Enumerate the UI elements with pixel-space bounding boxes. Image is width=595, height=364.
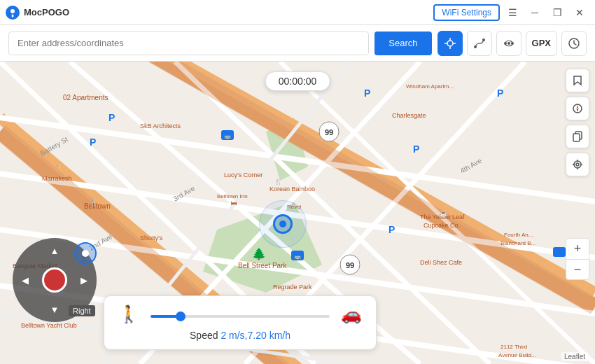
svg-text:Avenue Build...: Avenue Build... bbox=[498, 352, 536, 358]
gpx-button[interactable]: GPX bbox=[526, 31, 557, 56]
speed-slider-container bbox=[150, 308, 330, 321]
app-logo bbox=[6, 6, 20, 20]
svg-point-80 bbox=[574, 161, 581, 168]
svg-text:P: P bbox=[497, 88, 503, 99]
nav-indicator bbox=[74, 242, 97, 265]
joystick-center[interactable] bbox=[42, 267, 67, 293]
svg-text:Bell Street Park: Bell Street Park bbox=[238, 262, 287, 270]
svg-text:P: P bbox=[108, 112, 115, 123]
menu-button[interactable]: ☰ bbox=[503, 3, 522, 22]
up-arrow-button[interactable]: ▲ bbox=[46, 242, 63, 259]
center-location-button[interactable] bbox=[438, 31, 463, 56]
svg-text:Korean Bamboo: Korean Bamboo bbox=[270, 186, 315, 192]
titlebar-controls: WiFi Settings ☰ ─ ❐ ✕ bbox=[433, 3, 589, 22]
svg-text:Marrakesh: Marrakesh bbox=[42, 175, 72, 182]
driving-mode-icon[interactable]: 🚗 bbox=[341, 304, 362, 324]
app-title: MocPOGO bbox=[24, 7, 69, 18]
nav-indicator-inner bbox=[82, 250, 89, 257]
svg-text:🚌: 🚌 bbox=[224, 132, 231, 139]
speed-slider[interactable] bbox=[150, 315, 330, 318]
zoom-out-button[interactable]: − bbox=[566, 259, 589, 280]
svg-text:Fourth An...: Fourth An... bbox=[504, 232, 533, 238]
history-button[interactable] bbox=[561, 31, 587, 56]
svg-point-7 bbox=[474, 46, 477, 48]
svg-text:Lucy's Corner: Lucy's Corner bbox=[224, 172, 262, 178]
bookmark-button[interactable] bbox=[566, 69, 589, 92]
svg-text:P: P bbox=[364, 88, 370, 99]
accuracy-circle bbox=[259, 200, 307, 248]
menu-icon: ☰ bbox=[508, 7, 517, 18]
close-icon: ✕ bbox=[575, 7, 584, 18]
titlebar-left: MocPOGO bbox=[6, 6, 69, 20]
svg-text:02 Apartments: 02 Apartments bbox=[63, 94, 108, 102]
maximize-icon: ❐ bbox=[553, 7, 562, 18]
svg-text:Cupcake Co.: Cupcake Co. bbox=[424, 222, 460, 229]
titlebar: MocPOGO WiFi Settings ☰ ─ ❐ ✕ bbox=[0, 0, 595, 25]
copy-button[interactable] bbox=[566, 125, 589, 148]
svg-text:P: P bbox=[413, 144, 419, 155]
right-arrow-button[interactable]: ▶ bbox=[76, 272, 92, 288]
svg-text:SkB Architects: SkB Architects bbox=[140, 122, 181, 130]
svg-text:99: 99 bbox=[346, 261, 354, 270]
close-button[interactable]: ✕ bbox=[570, 3, 589, 22]
maximize-button[interactable]: ❐ bbox=[547, 3, 567, 22]
svg-text:2112 Third: 2112 Third bbox=[500, 344, 527, 350]
svg-text:Belltown Inn: Belltown Inn bbox=[217, 193, 248, 200]
svg-text:🍴: 🍴 bbox=[90, 199, 98, 207]
svg-text:Belltown Yacht Club: Belltown Yacht Club bbox=[21, 322, 77, 329]
target-button[interactable] bbox=[566, 153, 589, 176]
compass-button[interactable] bbox=[566, 97, 589, 120]
svg-text:☕: ☕ bbox=[440, 209, 448, 218]
route-button[interactable] bbox=[467, 31, 492, 56]
wifi-settings-button[interactable]: WiFi Settings bbox=[433, 4, 500, 21]
svg-text:Charlesgate: Charlesgate bbox=[392, 112, 426, 119]
map-container[interactable]: Battery St 2nd Ave 3rd Ave 4th Ave 99 99… bbox=[0, 62, 595, 364]
svg-text:Regrade Park: Regrade Park bbox=[273, 284, 312, 290]
svg-text:🍴: 🍴 bbox=[274, 178, 283, 186]
svg-rect-79 bbox=[573, 134, 580, 141]
multi-route-button[interactable] bbox=[496, 31, 522, 56]
svg-text:99: 99 bbox=[325, 128, 333, 136]
svg-point-81 bbox=[576, 163, 579, 166]
speed-mode-selector: 🚶 🚗 bbox=[118, 304, 362, 324]
speed-value: 2 m/s,7.20 km/h bbox=[220, 330, 290, 341]
search-button[interactable]: Search bbox=[374, 31, 431, 55]
svg-text:P: P bbox=[388, 224, 395, 235]
svg-text:Shorty's: Shorty's bbox=[140, 234, 163, 241]
svg-text:Windham Apartm...: Windham Apartm... bbox=[406, 83, 454, 90]
searchbar: Search bbox=[0, 25, 595, 62]
minimize-button[interactable]: ─ bbox=[525, 3, 545, 22]
toolbar-right: GPX bbox=[438, 31, 587, 56]
zoom-controls: + − bbox=[566, 238, 589, 280]
right-direction-tooltip: Right bbox=[69, 305, 95, 316]
search-input[interactable] bbox=[8, 31, 369, 55]
svg-text:Deli Shez Cafe: Deli Shez Cafe bbox=[420, 259, 462, 266]
svg-text:P: P bbox=[90, 136, 96, 148]
minimize-icon: ─ bbox=[531, 7, 538, 18]
svg-text:🍴: 🍴 bbox=[55, 164, 63, 172]
location-marker bbox=[273, 214, 293, 234]
svg-text:🌲: 🌲 bbox=[252, 247, 266, 260]
speed-control-panel: 🚶 🚗 Speed 2 m/s,7.20 km/h bbox=[104, 295, 377, 350]
svg-point-1 bbox=[10, 9, 15, 13]
svg-point-8 bbox=[482, 38, 485, 41]
svg-text:🛏: 🛏 bbox=[231, 200, 237, 206]
svg-text:Blanchard B...: Blanchard B... bbox=[500, 240, 536, 246]
leaflet-attribution: Leaflet bbox=[561, 352, 588, 361]
svg-point-2 bbox=[447, 41, 453, 46]
svg-point-10 bbox=[507, 42, 510, 45]
down-arrow-button[interactable]: ▼ bbox=[46, 301, 63, 318]
svg-text:🚌: 🚌 bbox=[294, 253, 301, 260]
timer-badge: 00:00:00 bbox=[265, 71, 330, 91]
left-arrow-button[interactable]: ◀ bbox=[17, 272, 34, 288]
svg-rect-68 bbox=[553, 247, 566, 257]
zoom-in-button[interactable]: + bbox=[566, 238, 589, 259]
map-side-controls bbox=[566, 69, 589, 176]
speed-display: Speed 2 m/s,7.20 km/h bbox=[118, 330, 362, 341]
walking-mode-icon[interactable]: 🚶 bbox=[118, 304, 139, 324]
